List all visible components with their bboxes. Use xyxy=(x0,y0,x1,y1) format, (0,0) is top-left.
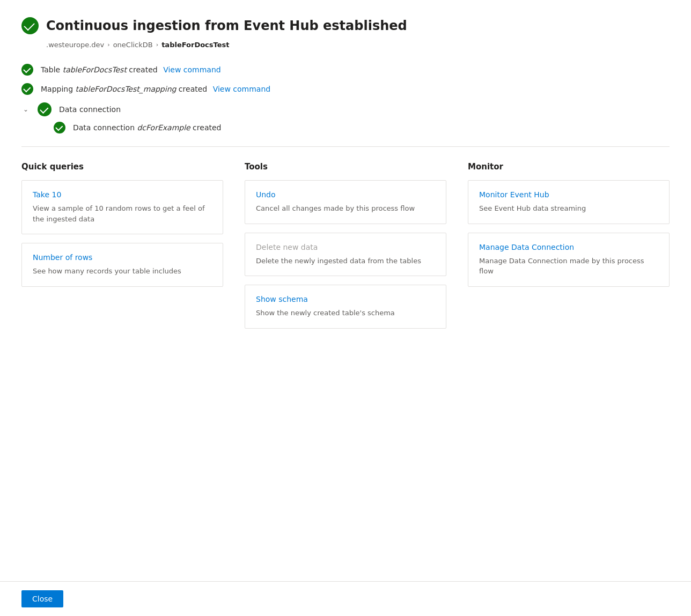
breadcrumb-item-2: tableForDocsTest xyxy=(161,41,229,49)
card-take10-title: Take 10 xyxy=(33,190,212,199)
card-undo-title: Undo xyxy=(256,190,435,199)
step-table-icon xyxy=(21,64,33,76)
step-mapping-italic: tableForDocsTest_mapping xyxy=(76,85,177,93)
quick-queries-section: Quick queries Take 10 View a sample of 1… xyxy=(21,162,223,329)
card-show-schema[interactable]: Show schema Show the newly created table… xyxy=(245,285,446,329)
quick-queries-cards: Take 10 View a sample of 10 random rows … xyxy=(21,180,223,287)
sections-grid: Quick queries Take 10 View a sample of 1… xyxy=(21,162,670,329)
monitor-title: Monitor xyxy=(468,162,670,172)
step-mapping: Mapping tableForDocsTest_mapping created… xyxy=(21,83,670,95)
card-delete-new-data-title: Delete new data xyxy=(256,243,435,251)
card-take10[interactable]: Take 10 View a sample of 10 random rows … xyxy=(21,180,223,234)
card-show-schema-title: Show schema xyxy=(256,295,435,303)
step-mapping-text: Mapping tableForDocsTest_mapping created… xyxy=(41,85,270,93)
tools-title: Tools xyxy=(245,162,446,172)
monitor-cards: Monitor Event Hub See Event Hub data str… xyxy=(468,180,670,287)
card-monitor-event-hub[interactable]: Monitor Event Hub See Event Hub data str… xyxy=(468,180,670,224)
page-container: Continuous ingestion from Event Hub esta… xyxy=(0,0,691,616)
card-monitor-event-hub-desc: See Event Hub data streaming xyxy=(479,203,658,214)
card-undo-desc: Cancel all changes made by this process … xyxy=(256,203,435,214)
breadcrumb-item-0[interactable]: .westeurope.dev xyxy=(46,41,104,49)
card-number-of-rows-title: Number of rows xyxy=(33,253,212,262)
card-number-of-rows[interactable]: Number of rows See how many records your… xyxy=(21,243,223,287)
monitor-section: Monitor Monitor Event Hub See Event Hub … xyxy=(468,162,670,329)
card-take10-desc: View a sample of 10 random rows to get a… xyxy=(33,203,212,224)
step-mapping-icon xyxy=(21,83,33,95)
breadcrumb-separator-1: › xyxy=(156,41,158,48)
card-manage-data-connection-desc: Manage Data Connection made by this proc… xyxy=(479,256,658,277)
page-title: Continuous ingestion from Event Hub esta… xyxy=(46,18,407,33)
breadcrumb: .westeurope.dev › oneClickDB › tableForD… xyxy=(46,41,670,49)
breadcrumb-separator-0: › xyxy=(107,41,109,48)
tools-cards: Undo Cancel all changes made by this pro… xyxy=(245,180,446,329)
card-number-of-rows-desc: See how many records your table includes xyxy=(33,266,212,277)
main-content: Continuous ingestion from Event Hub esta… xyxy=(0,0,691,581)
step-data-connection-label: Data connection xyxy=(59,105,121,114)
step-table-view-command[interactable]: View command xyxy=(163,65,221,74)
data-connection-chevron[interactable]: ⌄ xyxy=(21,105,30,114)
step-table: Table tableForDocsTest created View comm… xyxy=(21,64,670,76)
step-table-text: Table tableForDocsTest created View comm… xyxy=(41,65,221,74)
card-manage-data-connection-title: Manage Data Connection xyxy=(479,243,658,251)
step-data-connection-child-icon xyxy=(54,122,65,133)
card-delete-new-data: Delete new data Delete the newly ingeste… xyxy=(245,233,446,277)
page-header: Continuous ingestion from Event Hub esta… xyxy=(21,17,670,34)
card-show-schema-desc: Show the newly created table's schema xyxy=(256,308,435,318)
steps-section: Table tableForDocsTest created View comm… xyxy=(21,64,670,133)
card-delete-new-data-desc: Delete the newly ingested data from the … xyxy=(256,256,435,266)
quick-queries-title: Quick queries xyxy=(21,162,223,172)
step-table-italic: tableForDocsTest xyxy=(63,65,127,74)
header-success-icon xyxy=(21,17,39,34)
tools-section: Tools Undo Cancel all changes made by th… xyxy=(245,162,446,329)
card-undo[interactable]: Undo Cancel all changes made by this pro… xyxy=(245,180,446,224)
step-mapping-view-command[interactable]: View command xyxy=(213,85,271,93)
step-dc-italic: dcForExample xyxy=(137,123,190,132)
section-divider xyxy=(21,146,670,147)
step-data-connection-child-text: Data connection dcForExample created xyxy=(73,123,221,132)
footer: Close xyxy=(0,581,691,616)
breadcrumb-item-1[interactable]: oneClickDB xyxy=(113,41,153,49)
step-data-connection-icon xyxy=(38,102,52,116)
card-manage-data-connection[interactable]: Manage Data Connection Manage Data Conne… xyxy=(468,233,670,287)
card-monitor-event-hub-title: Monitor Event Hub xyxy=(479,190,658,199)
close-button[interactable]: Close xyxy=(21,590,63,607)
step-data-connection: ⌄ Data connection xyxy=(21,102,670,116)
step-data-connection-child: Data connection dcForExample created xyxy=(54,122,670,133)
